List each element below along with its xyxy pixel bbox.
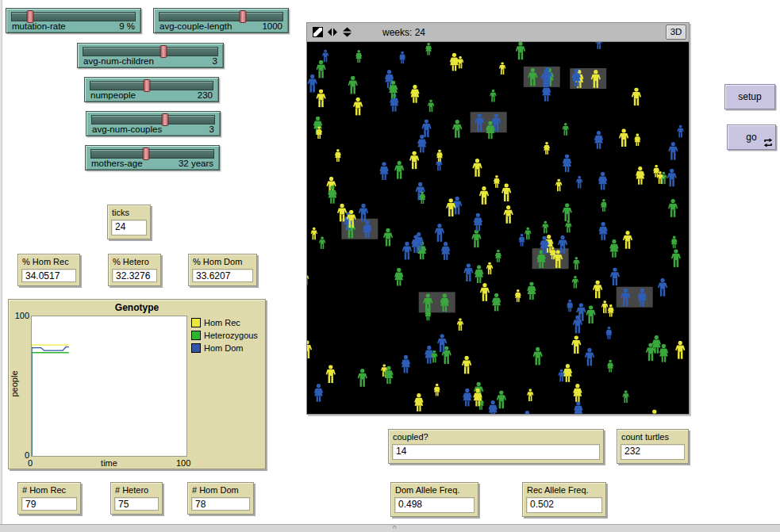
person-figure: [563, 364, 572, 382]
slider-avg-num-couples[interactable]: avg-num-couples 3: [86, 111, 221, 136]
person-figure: [474, 213, 482, 232]
monitor-pct-hom-dom: % Hom Dom 33.6207: [188, 254, 257, 286]
person-figure: [594, 131, 603, 149]
person-figure: [519, 234, 525, 247]
legend-item: Hom Dom: [191, 342, 258, 354]
y-axis-tick-min: 0: [10, 450, 29, 460]
threed-button[interactable]: 3D: [666, 25, 686, 40]
person-figure: [501, 183, 511, 201]
person-figure: [563, 123, 570, 136]
monitor-label: % Hetero: [109, 255, 160, 267]
person-figure: [435, 224, 444, 242]
person-figure: [659, 344, 668, 362]
person-figure: [409, 151, 419, 170]
slider-mothers-age[interactable]: mothers-age 32 years: [85, 145, 220, 170]
go-button[interactable]: go: [727, 124, 776, 150]
monitor-value: 232: [621, 444, 685, 460]
person-figure: [358, 369, 367, 387]
slider-track[interactable]: [11, 12, 136, 21]
monitor-label: % Hom Rec: [18, 255, 79, 267]
monitor-value: 24: [111, 220, 147, 235]
slider-numpeople[interactable]: numpeople 230: [84, 77, 219, 102]
slider-track[interactable]: [159, 12, 283, 21]
monitor-num-hom-dom: # Hom Dom 78: [187, 482, 254, 515]
monitor-pct-hetero: % Hetero 32.3276: [108, 254, 161, 286]
y-axis-label: people: [10, 360, 19, 408]
person-figure: [675, 341, 685, 359]
person-figure: [668, 142, 678, 160]
person-figure: [619, 128, 628, 147]
person-figure: [462, 356, 471, 374]
person-figure: [417, 135, 426, 153]
monitor-value: 75: [114, 497, 159, 511]
person-figure: [573, 316, 582, 334]
monitor-label: Rec Allele Freq.: [523, 483, 605, 496]
person-figure: [410, 85, 419, 103]
slider-avg-num-children[interactable]: avg-num-children 3: [77, 43, 224, 68]
person-figure: [497, 391, 506, 409]
slider-value: 3: [209, 124, 214, 134]
person-figure: [495, 250, 501, 262]
shrink-vertical-icon[interactable]: [342, 27, 352, 37]
shrink-horizontal-icon[interactable]: [327, 27, 338, 37]
person-figure: [533, 347, 543, 366]
person-figure: [452, 120, 462, 138]
legend-swatch: [191, 343, 201, 353]
person-figure: [348, 76, 358, 94]
resize-view-icon[interactable]: [313, 27, 323, 37]
person-figure: [421, 119, 431, 137]
slider-label: avg-num-children: [83, 56, 154, 66]
person-figure: [425, 43, 432, 55]
legend-swatch: [191, 331, 201, 340]
slider-avg-couple-length[interactable]: avg-couple-length 1000: [153, 8, 289, 33]
person-figure: [308, 75, 317, 93]
person-figure: [310, 228, 317, 240]
monitor-value: 0.498: [394, 497, 475, 513]
view-toolbar: weeks: 24 3D: [307, 23, 689, 42]
monitor-label: # Hom Rec: [18, 483, 80, 496]
person-figure: [322, 49, 329, 62]
person-figure: [573, 384, 582, 402]
person-figure: [585, 348, 594, 366]
person-figure: [326, 365, 336, 383]
world-canvas[interactable]: [307, 42, 689, 414]
legend-label: Heterozygous: [204, 331, 258, 340]
person-figure: [574, 401, 582, 414]
slider-track[interactable]: [90, 81, 213, 90]
monitor-value: 78: [191, 497, 250, 511]
person-figure: [394, 161, 404, 179]
slider-value: 230: [198, 90, 213, 100]
forever-icon: [763, 138, 773, 147]
person-figure: [652, 335, 661, 354]
slider-label: mutation-rate: [12, 21, 66, 31]
monitor-label: # Hetero: [111, 483, 162, 496]
world-svg: [307, 42, 689, 414]
person-figure: [486, 262, 494, 274]
legend-label: Hom Dom: [204, 343, 244, 353]
monitor-label: Dom Allele Freq.: [391, 483, 478, 496]
slider-value: 3: [213, 56, 217, 66]
monitor-dom-allele-freq: Dom Allele Freq. 0.498: [390, 482, 478, 517]
person-figure: [524, 228, 532, 240]
plot-lines: [32, 316, 186, 456]
person-figure: [622, 390, 629, 403]
slider-mutation-rate[interactable]: mutation-rate 9 %: [6, 8, 141, 33]
person-figure: [668, 199, 678, 217]
setup-button[interactable]: setup: [724, 84, 775, 109]
person-figure: [515, 289, 521, 302]
view-toolbar-icons: [313, 27, 352, 37]
person-figure: [335, 149, 341, 162]
person-figure: [490, 90, 497, 102]
person-figure: [634, 133, 640, 146]
person-figure: [307, 273, 309, 285]
person-figure: [563, 203, 572, 221]
person-figure: [475, 265, 483, 283]
monitor-value: 79: [21, 497, 77, 511]
slider-track[interactable]: [83, 47, 218, 56]
person-figure: [542, 220, 549, 233]
person-figure: [667, 169, 677, 187]
slider-track[interactable]: [91, 115, 215, 124]
person-figure: [567, 300, 573, 312]
slider-track[interactable]: [90, 149, 214, 159]
y-axis-tick-max: 100: [10, 311, 29, 320]
